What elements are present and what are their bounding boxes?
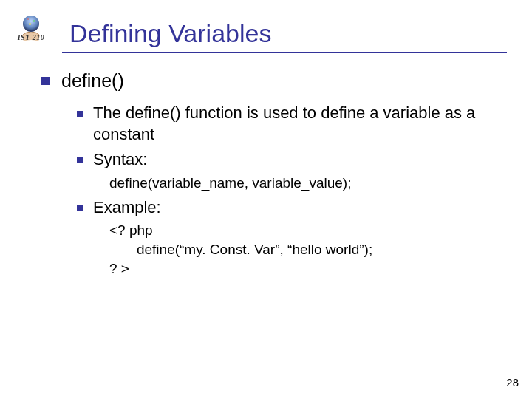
square-bullet-icon [41,77,50,85]
code-line: <? php [109,221,502,240]
course-logo: IST 210 [6,13,56,49]
code-line: ? > [109,259,502,279]
page-number: 28 [506,376,519,389]
list-item: Example: <? php define(“my. Const. Var”,… [77,197,502,279]
slide: IST 210 Defining Variables define() The … [0,0,532,399]
list-item: define() The define() function is used t… [41,69,502,278]
bullet-text: The define() function is used to define … [93,103,502,145]
slide-header: IST 210 Defining Variables [0,0,532,49]
syntax-block: define(variable_name, variable_value); [109,174,502,193]
svg-rect-3 [29,23,31,25]
course-code-label: IST 210 [6,33,56,41]
bullet-text: Example: [93,197,161,219]
square-bullet-icon [77,111,83,117]
svg-rect-1 [27,18,29,20]
code-line: define(“my. Const. Var”, “hello world”); [109,240,502,259]
bullet-text: define() [61,69,124,92]
list-item: The define() function is used to define … [77,103,502,145]
bullet-list-level2: The define() function is used to define … [77,103,502,278]
slide-content: define() The define() function is used t… [0,53,532,278]
square-bullet-icon [77,205,83,211]
bullet-list-level1: define() The define() function is used t… [41,69,502,278]
bullet-text: Syntax: [93,149,147,171]
list-item: Syntax: define(variable_name, variable_v… [77,149,502,192]
example-code-block: <? php define(“my. Const. Var”, “hello w… [109,221,502,278]
square-bullet-icon [77,157,83,163]
slide-title: Defining Variables [69,21,271,49]
syntax-line: define(variable_name, variable_value); [109,174,502,193]
svg-rect-2 [33,20,35,22]
